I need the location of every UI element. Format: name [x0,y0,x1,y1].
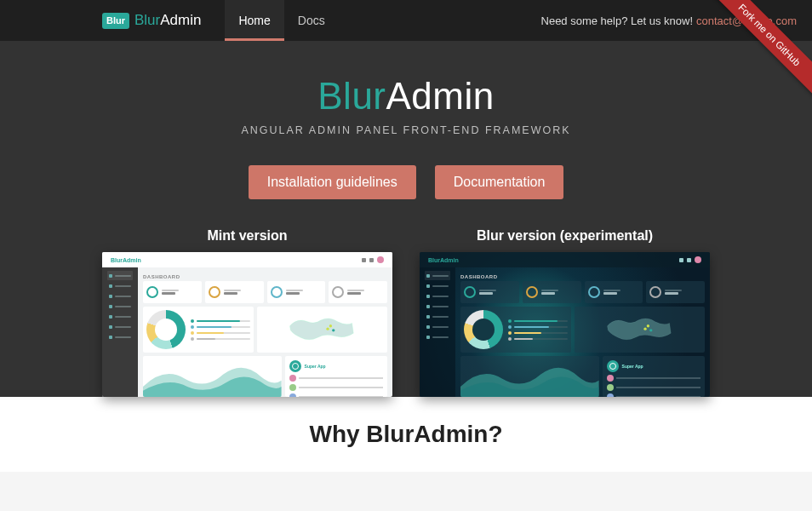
install-guidelines-button[interactable]: Installation guidelines [249,165,416,199]
hero-buttons: Installation guidelines Documentation [0,165,812,199]
logo-badge: Blur [102,13,129,29]
blur-version-label: Blur version (experimental) [420,228,710,244]
svg-point-4 [644,327,647,330]
hero: BlurAdmin ANGULAR ADMIN PANEL FRONT-END … [0,41,812,397]
nav-home[interactable]: Home [225,0,283,41]
svg-point-5 [649,329,652,331]
hero-title: BlurAdmin [0,75,812,118]
mint-version-label: Mint version [102,228,392,244]
versions-row: Mint version BlurAdmin DASHBOARD [0,228,812,397]
nav-docs[interactable]: Docs [284,0,339,41]
blur-version: Blur version (experimental) BlurAdmin DA… [420,228,710,397]
nav: Home Docs [225,0,338,41]
why-heading: Why BlurAdmin? [0,421,812,448]
svg-point-1 [327,327,329,330]
why-section: Why BlurAdmin? [0,397,812,472]
logo-text: BlurAdmin [134,12,201,29]
top-nav: Blur BlurAdmin Home Docs Need some help?… [0,0,812,41]
svg-point-3 [647,324,649,327]
svg-point-0 [329,324,332,327]
mint-preview[interactable]: BlurAdmin DASHBOARD [102,252,392,397]
logo[interactable]: Blur BlurAdmin [102,12,201,29]
mint-version: Mint version BlurAdmin DASHBOARD [102,228,392,397]
svg-point-2 [332,329,335,331]
hero-subtitle: ANGULAR ADMIN PANEL FRONT-END FRAMEWORK [0,124,812,136]
help-text: Need some help? Let us know! [541,14,694,27]
blur-preview[interactable]: BlurAdmin DASHBOARD [420,252,710,397]
documentation-button[interactable]: Documentation [435,165,564,199]
